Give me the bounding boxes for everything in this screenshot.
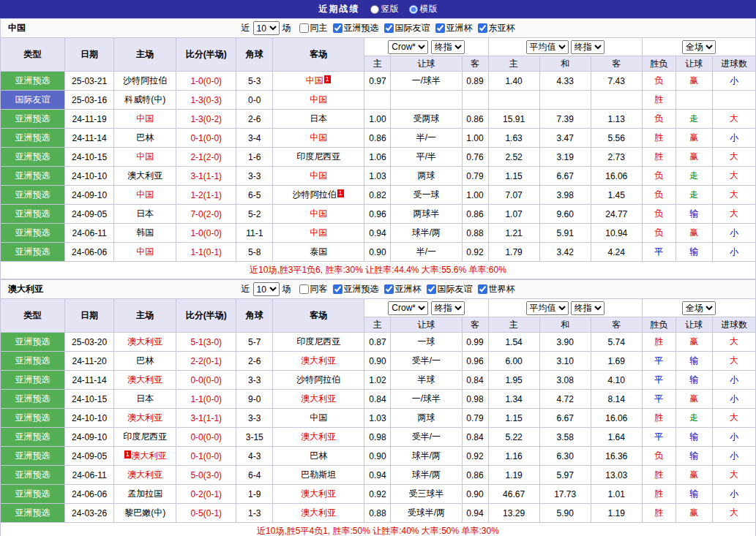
match-count-select[interactable]: 10 (253, 282, 280, 296)
match-score[interactable]: 5-1(3-0) (176, 333, 236, 352)
checkbox-同主[interactable] (299, 23, 309, 33)
odds-away: 0.88 (462, 224, 488, 243)
checkbox-同客[interactable] (299, 284, 309, 294)
checkbox-东亚杯[interactable] (478, 23, 487, 33)
match-score[interactable]: 1-3(0-2) (176, 110, 236, 129)
corner-score: 5-2 (236, 205, 273, 224)
col-header-away: 客场 (273, 299, 364, 333)
filter-checkboxes: 同主亚洲预选国际友谊亚洲杯东亚杯 (294, 22, 515, 34)
avg-away (591, 91, 642, 110)
filter-checkbox-国际友谊[interactable]: 国际友谊 (427, 283, 473, 295)
match-score[interactable]: 1-3(0-3) (176, 91, 236, 110)
team-name: 印度尼西亚 (296, 151, 340, 162)
match-row: 亚洲预选24-06-11澳大利亚5-0(3-0)6-4巴勒斯坦0.94球半/两0… (1, 466, 756, 485)
horizontal-layout-radio[interactable] (409, 5, 418, 14)
match-score[interactable]: 0-5(0-1) (176, 504, 236, 523)
match-type: 亚洲预选 (1, 447, 65, 466)
team-name: 中国 (310, 208, 327, 219)
avg-draw: 3.19 (539, 148, 591, 167)
match-row: 亚洲预选24-09-10中国1-2(1-1)6-5沙特阿拉伯10.82受一球1.… (1, 186, 756, 205)
team-name: 澳大利亚 (301, 393, 336, 404)
horizontal-layout-label: 横版 (420, 3, 438, 15)
away-team: 印度尼西亚 (273, 333, 364, 352)
odds-company-select[interactable]: Crow* (388, 301, 428, 315)
odds-time-select[interactable]: 终指 (431, 40, 465, 54)
avg-home: 2.52 (488, 148, 539, 167)
avg-time-select[interactable]: 终指 (571, 40, 605, 54)
filter-checkbox-同主[interactable]: 同主 (299, 22, 328, 34)
match-score[interactable]: 3-1(1-1) (176, 409, 236, 428)
match-score[interactable]: 0-0(0-0) (176, 428, 236, 447)
match-score[interactable]: 1-2(1-1) (176, 186, 236, 205)
match-score[interactable]: 0-0(0-0) (176, 371, 236, 390)
filter-checkbox-同客[interactable]: 同客 (299, 283, 328, 295)
odds-away (462, 91, 488, 110)
odds-handicap: 两球 (391, 167, 462, 186)
col-header-home: 主场 (114, 38, 176, 72)
avg-away: 1.01 (591, 485, 642, 504)
filter-checkbox-世界杯[interactable]: 世界杯 (478, 283, 515, 295)
match-score[interactable]: 1-0(0-0) (176, 224, 236, 243)
layout-option-vertical[interactable]: 竖版 (370, 3, 399, 15)
odds-home: 0.97 (364, 72, 391, 91)
match-row: 亚洲预选24-09-05日本7-0(2-0)5-2中国0.96两球半0.861.… (1, 205, 756, 224)
checkbox-亚洲杯[interactable] (384, 284, 394, 294)
team-name: 巴勒斯坦 (301, 469, 336, 480)
checkbox-世界杯[interactable] (478, 284, 487, 294)
avg-time-select[interactable]: 终指 (571, 301, 605, 315)
match-count-select[interactable]: 10 (253, 21, 280, 35)
away-team: 澳大利亚 (273, 428, 364, 447)
result-outcome: 负 (642, 167, 675, 186)
match-type: 亚洲预选 (1, 333, 65, 352)
avg-type-select[interactable]: 平均值 (526, 301, 569, 315)
filter-checkbox-国际友谊[interactable]: 国际友谊 (384, 22, 430, 34)
checkbox-国际友谊[interactable] (384, 23, 394, 33)
result-goals: 大 (712, 167, 755, 186)
odds-company-select[interactable]: Crow* (388, 40, 428, 54)
match-score[interactable]: 0-2(0-1) (176, 485, 236, 504)
match-score[interactable]: 1-0(0-0) (176, 72, 236, 91)
match-score[interactable]: 5-0(3-0) (176, 466, 236, 485)
odds-away: 0.79 (462, 167, 488, 186)
result-goals: 大 (712, 466, 755, 485)
section-team-name: 澳大利亚 (8, 283, 43, 295)
home-team: 沙特阿拉伯 (114, 72, 176, 91)
scope-select[interactable]: 全场 (682, 301, 716, 315)
checkbox-亚洲预选[interactable] (333, 23, 343, 33)
avg-draw: 4.33 (539, 72, 591, 91)
match-score[interactable]: 2-2(0-1) (176, 352, 236, 371)
avg-away: 1.19 (591, 504, 642, 523)
layout-option-horizontal[interactable]: 横版 (409, 3, 438, 15)
match-row: 亚洲预选24-10-15中国2-1(2-0)1-6印度尼西亚1.06平/半0.7… (1, 148, 756, 167)
avg-type-select[interactable]: 平均值 (526, 40, 569, 54)
match-score[interactable]: 0-1(0-0) (176, 447, 236, 466)
match-score[interactable]: 1-1(0-0) (176, 390, 236, 409)
odds-home: 0.88 (364, 504, 391, 523)
filter-checkbox-东亚杯[interactable]: 东亚杯 (478, 22, 515, 34)
corner-score: 5-8 (236, 243, 273, 262)
filter-checkbox-亚洲预选[interactable]: 亚洲预选 (333, 283, 379, 295)
match-date: 24-11-14 (65, 129, 114, 148)
filter-checkbox-亚洲预选[interactable]: 亚洲预选 (333, 22, 379, 34)
odds-time-select[interactable]: 终指 (431, 301, 465, 315)
avg-draw: 3.47 (539, 129, 591, 148)
scope-select[interactable]: 全场 (682, 40, 716, 54)
avg-home (488, 91, 539, 110)
avg-away: 8.14 (591, 390, 642, 409)
match-score[interactable]: 2-1(2-0) (176, 148, 236, 167)
match-score[interactable]: 1-1(0-1) (176, 243, 236, 262)
filter-near-label: 近 (242, 22, 250, 34)
avg-draw: 6.67 (539, 409, 591, 428)
checkbox-国际友谊[interactable] (427, 284, 436, 294)
checkbox-亚洲预选[interactable] (333, 284, 343, 294)
filter-checkbox-亚洲杯[interactable]: 亚洲杯 (384, 283, 422, 295)
match-score[interactable]: 0-1(0-0) (176, 129, 236, 148)
match-score[interactable]: 7-0(2-0) (176, 205, 236, 224)
vertical-layout-radio[interactable] (370, 5, 379, 14)
corner-score: 3-3 (236, 167, 273, 186)
match-score[interactable]: 3-1(1-1) (176, 167, 236, 186)
checkbox-亚洲杯[interactable] (435, 23, 445, 33)
red-card-badge: 1 (124, 450, 131, 458)
checkbox-label: 国际友谊 (438, 283, 473, 295)
filter-checkbox-亚洲杯[interactable]: 亚洲杯 (435, 22, 473, 34)
